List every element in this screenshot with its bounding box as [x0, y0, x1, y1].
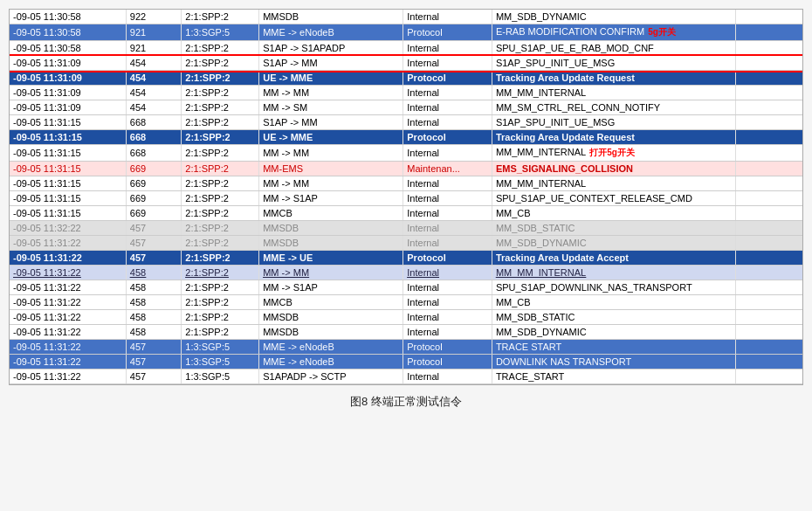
table-cell: 2:1:SPP:2	[182, 295, 259, 310]
table-cell: E-RAB MODIFICATION CONFIRM5g开关	[492, 24, 735, 41]
table-cell: 2:1:SPP:2	[182, 56, 259, 71]
table-cell-extra	[736, 206, 802, 221]
table-cell: DOWNLINK NAS TRANSPORT	[492, 355, 735, 369]
table-cell: 669	[126, 206, 181, 221]
table-cell: 458	[126, 295, 181, 310]
table-cell: MM_SDB_DYNAMIC	[492, 325, 735, 340]
table-cell: 1:3:SGP:5	[182, 340, 259, 355]
table-cell: S1AP_SPU_INIT_UE_MSG	[492, 56, 735, 71]
table-cell: 457	[126, 236, 181, 251]
table-row: -09-05 11:31:224582:1:SPP:2MMCBInternalM…	[10, 295, 802, 310]
table-cell: 457	[126, 355, 181, 369]
table-row: -09-05 11:30:589212:1:SPP:2S1AP -> S1APA…	[10, 41, 802, 56]
table-row: -09-05 11:31:224582:1:SPP:2MMSDBInternal…	[10, 325, 802, 340]
table-cell-extra	[736, 251, 802, 266]
table-cell: Internal	[403, 145, 492, 162]
table-cell: MM_MM_INTERNAL打开5g开关	[492, 145, 735, 162]
table-cell: MM -> MM	[259, 145, 403, 162]
table-cell: MM_CB	[492, 295, 735, 310]
table-cell: -09-05 11:31:15	[10, 191, 126, 206]
table-cell-extra	[736, 236, 802, 251]
table-cell: 458	[126, 310, 181, 325]
figure-caption: 图8 终端正常测试信令	[350, 394, 462, 410]
table-cell: 922	[126, 10, 181, 24]
table-cell-extra	[736, 86, 802, 100]
table-cell: Internal	[403, 86, 492, 100]
table-cell: Internal	[403, 191, 492, 206]
table-cell-extra	[736, 24, 802, 41]
table-row: -09-05 11:31:156692:1:SPP:2MM -> S1APInt…	[10, 191, 802, 206]
table-cell: Tracking Area Update Request	[492, 71, 735, 86]
table-cell: Internal	[403, 100, 492, 115]
table-cell: SPU_S1AP_DOWNLINK_NAS_TRANSPORT	[492, 280, 735, 295]
table-cell: Protocol	[403, 340, 492, 355]
table-row: -09-05 11:31:224572:1:SPP:2MMSDBInternal…	[10, 236, 802, 251]
table-cell: Internal	[403, 369, 492, 384]
table-cell: Internal	[403, 310, 492, 325]
table-cell: Internal	[403, 266, 492, 280]
table-cell: Protocol	[403, 130, 492, 145]
signal-table: -09-05 11:30:589222:1:SPP:2MMSDBInternal…	[9, 9, 803, 385]
table-cell: S1APADP -> SCTP	[259, 369, 403, 384]
table-cell-extra	[736, 221, 802, 236]
table-cell: MMSDB	[259, 325, 403, 340]
table-cell: Internal	[403, 280, 492, 295]
table-cell: Protocol	[403, 251, 492, 266]
table-cell: MM -> S1AP	[259, 191, 403, 206]
table-row: -09-05 11:30:589211:3:SGP:5MME -> eNodeB…	[10, 24, 802, 41]
table-cell: 454	[126, 100, 181, 115]
table-cell: MME -> eNodeB	[259, 355, 403, 369]
table-cell: 2:1:SPP:2	[182, 100, 259, 115]
table-cell: Tracking Area Update Accept	[492, 251, 735, 266]
table-cell: -09-05 11:31:22	[10, 280, 126, 295]
table-cell: -09-05 11:30:58	[10, 41, 126, 56]
table-cell: MM_CB	[492, 206, 735, 221]
table-row: -09-05 11:32:224572:1:SPP:2MMSDBInternal…	[10, 221, 802, 236]
table-row: -09-05 11:31:156692:1:SPP:2MM -> MMInter…	[10, 176, 802, 191]
table-cell-extra	[736, 130, 802, 145]
table-cell: Internal	[403, 115, 492, 130]
table-cell: 454	[126, 86, 181, 100]
table-cell: Internal	[403, 206, 492, 221]
table-cell: Internal	[403, 221, 492, 236]
table-cell: 2:1:SPP:2	[182, 280, 259, 295]
table-cell: 1:3:SGP:5	[182, 355, 259, 369]
table-cell: MM -> MM	[259, 176, 403, 191]
table-cell: Internal	[403, 41, 492, 56]
table-cell: MMCB	[259, 206, 403, 221]
table-cell: -09-05 11:31:22	[10, 325, 126, 340]
table-cell: -09-05 11:31:22	[10, 355, 126, 369]
table-cell: 1:3:SGP:5	[182, 369, 259, 384]
table-cell: Protocol	[403, 71, 492, 86]
table-cell: S1AP -> S1APADP	[259, 41, 403, 56]
table-cell-extra	[736, 191, 802, 206]
table-cell: 2:1:SPP:2	[182, 10, 259, 24]
table-cell: 1:3:SGP:5	[182, 24, 259, 41]
table-cell: UE -> MME	[259, 130, 403, 145]
annotation-label: 打开5g开关	[589, 148, 635, 157]
table-cell: -09-05 11:31:15	[10, 176, 126, 191]
table-cell: MMSDB	[259, 236, 403, 251]
table-cell: TRACE_START	[492, 369, 735, 384]
table-cell: MMSDB	[259, 310, 403, 325]
table-cell: UE -> MME	[259, 71, 403, 86]
table-cell-extra	[736, 280, 802, 295]
table-cell: MM-EMS	[259, 162, 403, 176]
table-cell: 2:1:SPP:2	[182, 325, 259, 340]
table-cell: Protocol	[403, 355, 492, 369]
table-cell: MM_SM_CTRL_REL_CONN_NOTIFY	[492, 100, 735, 115]
table-cell: SPU_S1AP_UE_E_RAB_MOD_CNF	[492, 41, 735, 56]
table-cell-extra	[736, 41, 802, 56]
table-wrapper: -09-05 11:30:589222:1:SPP:2MMSDBInternal…	[9, 9, 803, 385]
table-cell-extra	[736, 100, 802, 115]
table-cell: 921	[126, 24, 181, 41]
table-cell: -09-05 11:31:15	[10, 145, 126, 162]
table-cell: S1AP -> MM	[259, 115, 403, 130]
table-cell: MM -> SM	[259, 100, 403, 115]
table-cell: 2:1:SPP:2	[182, 251, 259, 266]
table-cell-extra	[736, 162, 802, 176]
table-cell: SPU_S1AP_UE_CONTEXT_RELEASE_CMD	[492, 191, 735, 206]
table-cell-extra	[736, 355, 802, 369]
table-cell: 2:1:SPP:2	[182, 86, 259, 100]
table-cell: 2:1:SPP:2	[182, 41, 259, 56]
